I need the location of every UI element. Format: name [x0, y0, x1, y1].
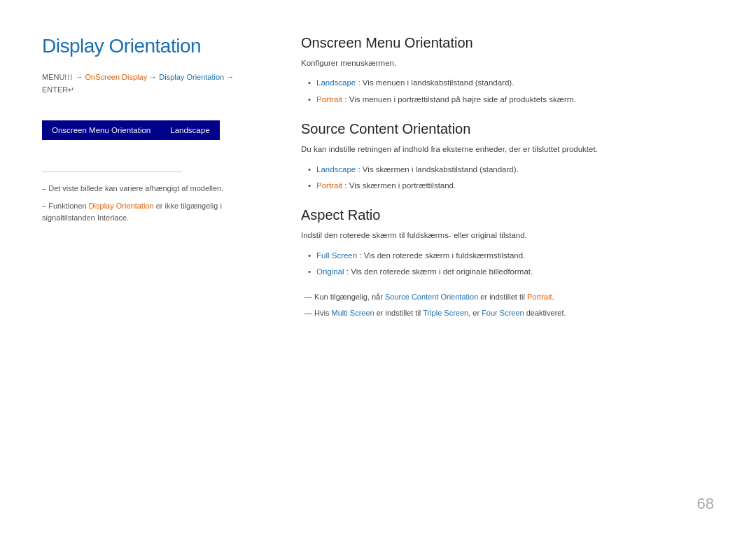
bullet-landscape-1-link: Landscape	[316, 78, 356, 87]
sub-note-1: Kun tilgængelig, når Source Content Orie…	[301, 291, 714, 304]
bullet-portrait-2-text: : Vis skærmen i portrættilstand.	[344, 181, 456, 190]
onscreen-menu-bullets: Landscape : Vis menuen i landskabstilsta…	[301, 76, 714, 106]
left-panel: Display Orientation MENU⁞⁞⁞ → OnScreen D…	[42, 35, 280, 506]
note-2-link: Display Orientation	[89, 202, 154, 210]
breadcrumb-enter: ENTER↵	[42, 85, 74, 94]
sub-note-2-link1: Multi Screen	[332, 309, 374, 317]
section-onscreen-menu-desc: Konfigurer menuskærmen.	[301, 57, 714, 69]
bullet-fullscreen: Full Screen : Vis den roterede skærm i f…	[308, 249, 714, 262]
bullet-landscape-2-text: : Vis skærmen i landskabstilstand (stand…	[358, 165, 518, 174]
sub-note-1-link1: Source Content Orientation	[385, 293, 478, 301]
menu-preview-label: Onscreen Menu Orientation	[42, 120, 160, 140]
bullet-fullscreen-text: : Vis den roterede skærm i fuldskærmstil…	[359, 251, 525, 260]
bullet-landscape-1: Landscape : Vis menuen i landskabstilsta…	[308, 76, 714, 89]
note-1: Det viste billede kan variere afhængigt …	[42, 183, 259, 195]
bullet-portrait-1: Portrait : Vis menuen i portrættilstand …	[308, 93, 714, 106]
section-aspect-ratio-title: Aspect Ratio	[301, 207, 714, 223]
right-panel: Onscreen Menu Orientation Konfigurer men…	[280, 35, 714, 506]
section-source-content-title: Source Content Orientation	[301, 121, 714, 137]
note-2: Funktionen Display Orientation er ikke t…	[42, 200, 259, 225]
page-title: Display Orientation	[42, 35, 259, 57]
bullet-landscape-2-link: Landscape	[316, 165, 356, 174]
sub-note-2-mid: er indstillet til	[374, 309, 424, 317]
bullet-fullscreen-link: Full Screen	[316, 251, 357, 260]
sub-note-2: Hvis Multi Screen er indstillet til Trip…	[301, 307, 714, 320]
menu-preview-value: Landscape	[160, 120, 219, 140]
breadcrumb: MENU⁞⁞⁞ → OnScreen Display → Display Ori…	[42, 71, 259, 96]
bullet-landscape-2: Landscape : Vis skærmen i landskabstilst…	[308, 163, 714, 176]
sub-note-2-link2: Triple Screen	[423, 309, 468, 317]
note-1-text: Det viste billede kan variere afhængigt …	[48, 184, 223, 192]
source-content-bullets: Landscape : Vis skærmen i landskabstilst…	[301, 163, 714, 192]
breadcrumb-arrow2: →	[149, 73, 159, 81]
divider	[42, 171, 182, 172]
bullet-portrait-2-link: Portrait	[316, 181, 342, 190]
section-aspect-ratio-desc: Indstil den roterede skærm til fuldskærm…	[301, 229, 714, 241]
breadcrumb-arrow1: →	[75, 73, 85, 81]
bullet-landscape-1-text: : Vis menuen i landskabstilstand (standa…	[358, 78, 514, 87]
bullet-original-link: Original	[316, 267, 344, 276]
page-number: 68	[697, 495, 714, 513]
bullet-original: Original : Vis den roterede skærm i det …	[308, 265, 714, 278]
aspect-ratio-bullets: Full Screen : Vis den roterede skærm i f…	[301, 249, 714, 279]
sub-note-1-after: .	[552, 293, 554, 301]
menu-preview: Onscreen Menu Orientation Landscape	[42, 120, 220, 140]
section-onscreen-menu-title: Onscreen Menu Orientation	[301, 35, 714, 51]
breadcrumb-display-orientation: Display Orientation	[159, 73, 224, 81]
breadcrumb-menu-symbol: ⁞⁞⁞	[64, 73, 73, 81]
section-aspect-ratio: Aspect Ratio Indstil den roterede skærm …	[301, 207, 714, 319]
breadcrumb-menu-label: MENU	[42, 73, 64, 81]
sub-note-1-before: Kun tilgængelig, når	[314, 293, 385, 301]
note-2-before: Funktionen	[48, 202, 88, 210]
sub-note-1-link2: Portrait	[527, 293, 552, 301]
sub-note-2-end: deaktiveret.	[524, 309, 566, 317]
breadcrumb-onscreen-display: OnScreen Display	[85, 73, 148, 81]
sub-note-2-before: Hvis	[314, 309, 331, 317]
sub-note-2-link3: Four Screen	[482, 309, 524, 317]
bullet-portrait-1-link: Portrait	[316, 95, 342, 104]
section-onscreen-menu: Onscreen Menu Orientation Konfigurer men…	[301, 35, 714, 106]
sub-note-2-text: , er	[468, 309, 482, 317]
section-source-content: Source Content Orientation Du kan indsti…	[301, 121, 714, 192]
bullet-original-text: : Vis den roterede skærm i det originale…	[346, 267, 533, 276]
bullet-portrait-2: Portrait : Vis skærmen i portrættilstand…	[308, 179, 714, 192]
section-source-content-desc: Du kan indstille retningen af indhold fr…	[301, 143, 714, 155]
breadcrumb-arrow3: →	[226, 73, 234, 81]
sub-note-1-mid: er indstillet til	[478, 293, 527, 301]
bullet-portrait-1-text: : Vis menuen i portrættilstand på højre …	[344, 95, 575, 104]
